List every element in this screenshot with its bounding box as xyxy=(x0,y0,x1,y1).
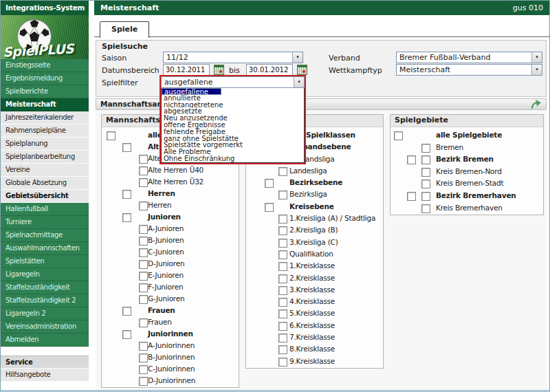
sidebar-item-vereinsadministration[interactable]: Vereinsadministration xyxy=(1,320,89,334)
checkbox[interactable] xyxy=(278,167,287,176)
checkbox[interactable] xyxy=(139,365,148,374)
sidebar-item-jahreszeitenkalender[interactable]: Jahreszeitenkalender xyxy=(1,111,89,124)
checkbox[interactable] xyxy=(265,179,274,188)
checkbox[interactable] xyxy=(278,190,287,199)
chevron-down-icon[interactable]: ▾ xyxy=(531,52,542,63)
checkbox[interactable] xyxy=(421,144,430,153)
spielfilter-option-alle-probleme[interactable]: Alle Probleme xyxy=(162,149,304,155)
checkbox[interactable] xyxy=(139,155,148,164)
date-from-input[interactable] xyxy=(163,64,210,76)
spielfilter-select[interactable]: ausgefallene ▾ xyxy=(161,76,305,88)
checkbox[interactable] xyxy=(122,143,131,152)
checkbox[interactable] xyxy=(394,131,403,140)
checkbox-row-5-kreisklasse: 5.Kreisklasse xyxy=(246,308,383,320)
checkbox[interactable] xyxy=(139,295,148,304)
checkbox[interactable] xyxy=(278,298,287,307)
checkbox[interactable] xyxy=(122,213,131,222)
spielfilter-option-ausgefallene[interactable]: ausgefallene xyxy=(162,88,221,95)
checkbox[interactable] xyxy=(278,262,287,271)
sidebar-item-rahmenspielpl-ne[interactable]: Rahmenspielpläne xyxy=(1,124,89,138)
checkbox[interactable] xyxy=(278,274,287,283)
sidebar-item-gebiets-bersicht[interactable]: Gebietsübersicht xyxy=(1,190,89,203)
sidebar-item-abmelden[interactable]: Abmelden xyxy=(1,334,89,347)
sidebar-item-ligaregeln-2[interactable]: Ligaregeln 2 xyxy=(1,307,89,320)
checkbox[interactable] xyxy=(278,250,287,259)
spielfilter-option-spielst-tte-vorgemerkt[interactable]: Spielstätte vorgemerkt xyxy=(162,142,304,149)
chevron-down-icon[interactable]: ▾ xyxy=(292,52,302,63)
verband-select[interactable]: Bremer Fußball-Verband ▾ xyxy=(396,52,542,63)
sidebar-item-auswahlmannschaften[interactable]: Auswahlmannschaften xyxy=(1,242,89,255)
sidebar-item-meisterschaft[interactable]: Meisterschaft xyxy=(1,98,89,111)
checkbox[interactable] xyxy=(421,168,430,177)
checkbox[interactable] xyxy=(278,286,287,295)
checkbox[interactable] xyxy=(278,215,287,224)
sidebar-item-staffelzust-ndigkeit-2[interactable]: Staffelzuständigkeit 2 xyxy=(1,294,89,307)
spielfilter-option-abgesetzte[interactable]: abgesetzte xyxy=(162,108,304,115)
checkbox[interactable] xyxy=(139,272,148,281)
sidebar-item-einstiegsseite[interactable]: Einstiegsseite xyxy=(1,59,89,72)
checkbox[interactable] xyxy=(122,307,131,316)
calendar-icon-from[interactable] xyxy=(214,65,224,75)
checkbox[interactable] xyxy=(278,239,287,248)
sidebar-item-ligaregeln[interactable]: Ligaregeln xyxy=(1,268,89,281)
wettkampftyp-select[interactable]: Meisterschaft ▾ xyxy=(396,64,542,76)
checkbox[interactable] xyxy=(421,204,430,213)
saison-select[interactable]: 11/12 ▾ xyxy=(163,52,303,63)
spielfilter-option-annullierte[interactable]: annullierte xyxy=(162,95,304,102)
checkbox[interactable] xyxy=(265,203,274,212)
checkbox[interactable] xyxy=(139,283,148,292)
checkbox[interactable] xyxy=(122,190,131,199)
checkbox[interactable] xyxy=(139,318,148,327)
checkbox[interactable] xyxy=(278,309,287,318)
spielfilter-option-offene-ergebnisse[interactable]: offene Ergebnisse xyxy=(162,122,304,129)
checkbox[interactable] xyxy=(139,225,148,234)
sidebar-item-spielst-tten[interactable]: Spielstätten xyxy=(1,255,89,268)
spielfilter-option-ohne-einschr-nkung[interactable]: Ohne Einschränkung xyxy=(162,155,304,162)
checkbox[interactable] xyxy=(107,131,116,140)
sidebar-item-spielberichte[interactable]: Spielberichte xyxy=(1,85,89,98)
calendar-icon-to[interactable] xyxy=(297,65,307,75)
spielfilter-option-neu-anzusetzende[interactable]: Neu anzusetzende xyxy=(162,115,304,122)
verband-label: Verband xyxy=(329,52,360,64)
checkbox[interactable] xyxy=(407,192,416,201)
sidebar-item-turniere[interactable]: Turniere xyxy=(1,216,89,229)
chevron-down-icon[interactable]: ▾ xyxy=(531,65,542,75)
tab-spiele[interactable]: Spiele xyxy=(100,21,149,38)
date-to-input[interactable] xyxy=(246,64,293,76)
checkbox[interactable] xyxy=(139,353,148,362)
sidebar-item-staffelzust-ndigkeit[interactable]: Staffelzuständigkeit xyxy=(1,281,89,294)
checkbox[interactable] xyxy=(421,179,430,188)
checkbox[interactable] xyxy=(139,166,148,175)
checkbox[interactable] xyxy=(278,322,287,331)
checkbox[interactable] xyxy=(421,155,430,164)
sidebar-item-globale-absetzung[interactable]: Globale Absetzung xyxy=(1,177,89,190)
checkbox[interactable] xyxy=(139,342,148,351)
sidebar-item-spielplanung[interactable]: Spielplanung xyxy=(1,138,89,151)
checkbox[interactable] xyxy=(139,178,148,187)
sidebar-item-vereine[interactable]: Vereine xyxy=(1,164,89,177)
sidebar-item-spielplanbearbeitung[interactable]: Spielplanbearbeitung xyxy=(1,151,89,164)
checkbox[interactable] xyxy=(122,330,131,339)
spielfilter-option-ganz-ohne-spielst-tte[interactable]: ganz ohne Spielstätte xyxy=(162,135,304,142)
checkbox[interactable] xyxy=(278,226,287,235)
checkbox[interactable] xyxy=(278,345,287,354)
collapse-arrow-icon[interactable] xyxy=(530,99,542,109)
checkbox-label: G-Junioren xyxy=(148,294,184,304)
chevron-down-icon[interactable]: ▾ xyxy=(294,77,304,87)
checkbox[interactable] xyxy=(278,334,287,342)
sidebar-item-hilfsangebote[interactable]: Hilfsangebote xyxy=(1,369,89,382)
checkbox[interactable] xyxy=(139,248,148,257)
checkbox[interactable] xyxy=(421,192,430,201)
checkbox[interactable] xyxy=(139,202,148,210)
spielfilter-option-fehlende-freigabe[interactable]: fehlende Freigabe xyxy=(162,129,304,135)
checkbox[interactable] xyxy=(139,237,148,246)
sidebar-item-hallenfu-ball[interactable]: Hallenfußball xyxy=(1,203,89,216)
checkbox[interactable] xyxy=(139,377,148,386)
sidebar-item-spielnachmittage[interactable]: Spielnachmittage xyxy=(1,229,89,242)
checkbox[interactable] xyxy=(407,155,416,164)
checkbox[interactable] xyxy=(278,358,287,367)
spielfilter-option-nichtangetretene[interactable]: nichtangetretene xyxy=(162,102,304,109)
checkbox-row-b-juniorinnen: B-Juniorinnen xyxy=(102,352,239,364)
checkbox[interactable] xyxy=(139,260,148,269)
sidebar-item-ergebnismeldung[interactable]: Ergebnismeldung xyxy=(1,72,89,85)
